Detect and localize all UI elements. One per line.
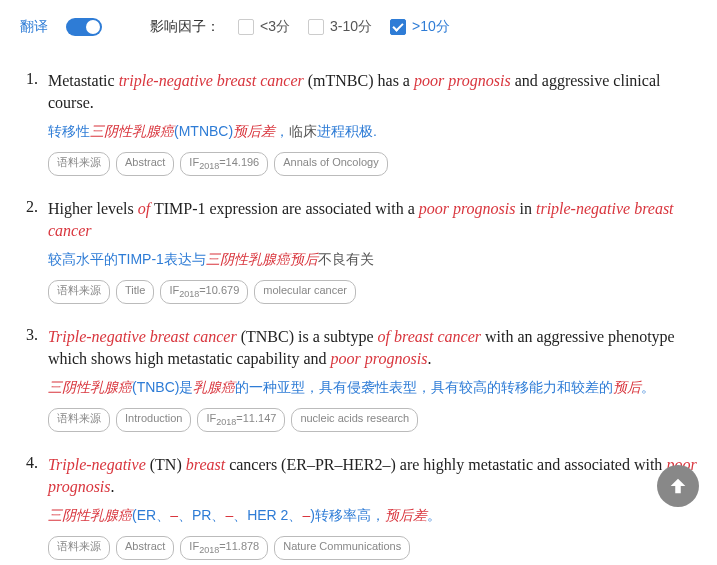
entry-number: 4. xyxy=(20,454,38,472)
tag-section[interactable]: Abstract xyxy=(116,152,174,176)
entry-row: 1. Metastatic triple-negative breast can… xyxy=(20,70,697,115)
tag-source[interactable]: 语料来源 xyxy=(48,152,110,176)
tag-source[interactable]: 语料来源 xyxy=(48,408,110,432)
entry-chinese: 三阴性乳腺癌(ER、–、PR、–、HER 2、–)转移率高，预后差。 xyxy=(48,505,697,526)
tag-journal[interactable]: molecular cancer xyxy=(254,280,356,304)
filter-option-label: 3-10分 xyxy=(330,18,372,36)
text: IF xyxy=(189,156,199,168)
text: 2018 xyxy=(199,161,219,171)
tag-journal[interactable]: Annals of Oncology xyxy=(274,152,387,176)
filter-option-gt10[interactable]: >10分 xyxy=(390,18,450,36)
highlight: poor prognosis xyxy=(414,72,511,89)
highlight: 预后差 xyxy=(233,123,275,139)
entry-row: 4. Triple-negative (TN) breast cancers (… xyxy=(20,454,697,499)
text: =14.196 xyxy=(219,156,259,168)
tag-journal[interactable]: nucleic acids research xyxy=(291,408,418,432)
highlight: 预后 xyxy=(613,379,641,395)
text: =11.878 xyxy=(219,540,259,552)
filter-option-label: <3分 xyxy=(260,18,290,36)
text: Higher levels xyxy=(48,200,138,217)
entry-tags: 语料来源 Introduction IF2018=11.147 nucleic … xyxy=(48,408,697,432)
text: 、PR、 xyxy=(178,507,225,523)
tag-journal[interactable]: Nature Communications xyxy=(274,536,410,560)
text: (MTNBC) xyxy=(174,123,233,139)
entry-tags: 语料来源 Abstract IF2018=14.196 Annals of On… xyxy=(48,152,697,176)
text: TIMP-1 expression are associated with a xyxy=(150,200,419,217)
text: . xyxy=(427,350,431,367)
text-plain: 临床 xyxy=(289,123,317,139)
entry-english: Triple-negative breast cancer (TNBC) is … xyxy=(48,326,697,371)
highlight: poor prognosis xyxy=(419,200,516,217)
text: IF xyxy=(169,284,179,296)
highlight: – xyxy=(170,507,178,523)
highlight: Triple-negative breast cancer xyxy=(48,328,237,345)
text: 。 xyxy=(641,379,655,395)
main-container: 翻译 影响因子： <3分 3-10分 >10分 1. Metastatic tr… xyxy=(0,0,717,565)
text: ， xyxy=(275,123,289,139)
entry-english: Metastatic triple-negative breast cancer… xyxy=(48,70,697,115)
highlight: triple-negative breast cancer xyxy=(119,72,304,89)
tag-impact-factor[interactable]: IF2018=10.679 xyxy=(160,280,248,304)
text: (TN) xyxy=(146,456,186,473)
text: Metastatic xyxy=(48,72,119,89)
filter-option-label: >10分 xyxy=(412,18,450,36)
tag-section[interactable]: Introduction xyxy=(116,408,191,432)
text: 2018 xyxy=(216,417,236,427)
result-entry: 3. Triple-negative breast cancer (TNBC) … xyxy=(20,326,697,432)
text: 、HER 2、 xyxy=(233,507,302,523)
checkbox-unchecked-icon xyxy=(238,19,254,35)
highlight: Triple-negative xyxy=(48,456,146,473)
text: 2018 xyxy=(199,545,219,555)
highlight: – xyxy=(225,507,233,523)
entry-chinese: 较高水平的TIMP-1表达与三阴性乳腺癌预后不良有关 xyxy=(48,249,697,270)
highlight: 三阴性乳腺癌 xyxy=(48,507,132,523)
scroll-to-top-button[interactable] xyxy=(657,465,699,507)
text: cancers (ER–PR–HER2–) are highly metasta… xyxy=(225,456,666,473)
text: IF xyxy=(206,412,216,424)
tag-source[interactable]: 语料来源 xyxy=(48,280,110,304)
tag-section[interactable]: Title xyxy=(116,280,154,304)
tag-impact-factor[interactable]: IF2018=11.878 xyxy=(180,536,268,560)
highlight: 三阴性乳腺癌预后 xyxy=(206,251,318,267)
translate-toggle[interactable] xyxy=(66,18,102,36)
text: (TNBC) is a subtype xyxy=(237,328,378,345)
entry-number: 3. xyxy=(20,326,38,344)
tag-section[interactable]: Abstract xyxy=(116,536,174,560)
text: )转移率高， xyxy=(310,507,385,523)
highlight: of xyxy=(138,200,150,217)
text: =10.679 xyxy=(199,284,239,296)
text: 较高水平的TIMP-1表达与 xyxy=(48,251,206,267)
entry-number: 1. xyxy=(20,70,38,88)
arrow-up-icon xyxy=(667,475,689,497)
highlight: breast xyxy=(186,456,225,473)
entry-english: Triple-negative (TN) breast cancers (ER–… xyxy=(48,454,697,499)
text: . xyxy=(111,478,115,495)
result-entry: 1. Metastatic triple-negative breast can… xyxy=(20,70,697,176)
text: 进程积极. xyxy=(317,123,377,139)
text: 转移性 xyxy=(48,123,90,139)
tag-source[interactable]: 语料来源 xyxy=(48,536,110,560)
entry-number: 2. xyxy=(20,198,38,216)
filter-option-lt3[interactable]: <3分 xyxy=(238,18,290,36)
text-plain: 不良有关 xyxy=(318,251,374,267)
entry-row: 3. Triple-negative breast cancer (TNBC) … xyxy=(20,326,697,371)
highlight: 预后差 xyxy=(385,507,427,523)
text: 的一种亚型，具有侵袭性表型，具有较高的转移能力和较差的 xyxy=(235,379,613,395)
highlight: poor prognosis xyxy=(331,350,428,367)
text: (ER、 xyxy=(132,507,170,523)
tag-impact-factor[interactable]: IF2018=11.147 xyxy=(197,408,285,432)
impact-factor-label: 影响因子： xyxy=(150,18,220,36)
text: =11.147 xyxy=(236,412,276,424)
text: (mTNBC) has a xyxy=(304,72,414,89)
highlight: of breast cancer xyxy=(378,328,481,345)
entry-english: Higher levels of TIMP-1 expression are a… xyxy=(48,198,697,243)
checkbox-checked-icon xyxy=(390,19,406,35)
translate-label: 翻译 xyxy=(20,18,48,36)
filter-option-3-10[interactable]: 3-10分 xyxy=(308,18,372,36)
entry-tags: 语料来源 Abstract IF2018=11.878 Nature Commu… xyxy=(48,536,697,560)
text: (TNBC)是 xyxy=(132,379,193,395)
text: 。 xyxy=(427,507,441,523)
highlight: 三阴性乳腺癌 xyxy=(48,379,132,395)
tag-impact-factor[interactable]: IF2018=14.196 xyxy=(180,152,268,176)
checkbox-unchecked-icon xyxy=(308,19,324,35)
